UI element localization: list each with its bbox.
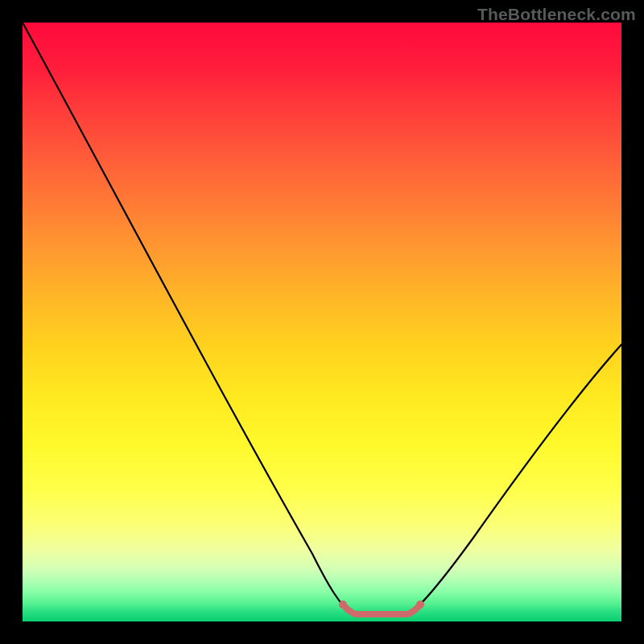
- highlight-segment: [343, 605, 420, 614]
- highlight-end-left: [339, 601, 347, 609]
- plot-area: [23, 23, 621, 621]
- chart-frame: TheBottleneck.com: [0, 0, 644, 644]
- curve-path: [23, 23, 621, 614]
- highlight-end-right: [416, 601, 424, 609]
- bottleneck-curve: [23, 23, 621, 621]
- watermark-text: TheBottleneck.com: [477, 5, 636, 24]
